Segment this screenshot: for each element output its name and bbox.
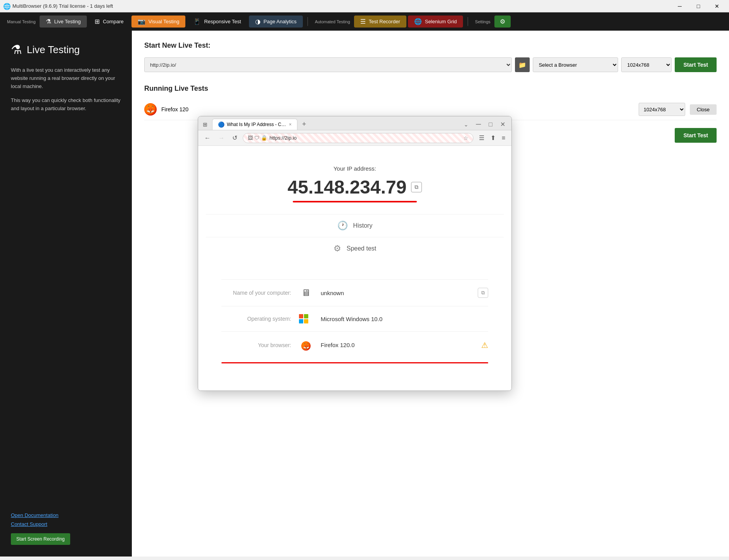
sidebar-desc-2: This way you can quickly check both func…	[11, 97, 121, 113]
responsive-test-button[interactable]: 📱 Responsive Test	[187, 16, 247, 28]
browser-detail-value: Firefox 120.0	[321, 342, 473, 348]
new-test-row: http://2ip.io/ 📁 Select a Browser 1024x7…	[144, 57, 717, 72]
sidebar-title: Live Testing	[27, 44, 80, 56]
browser-minimize-button[interactable]: ─	[473, 119, 484, 130]
computer-name-copy-button[interactable]: ⧉	[478, 288, 488, 298]
tab-controls: ⊞	[201, 120, 209, 129]
browser-navbar: ← → ↺ 🖼 🛡 🔒 https://2ip.io ☆	[198, 130, 511, 146]
browser-detail-underline	[221, 362, 488, 363]
browser-window-container: ⊞ 🔵 What Is My IP Address - Check × + ⌄ …	[198, 116, 512, 391]
compare-button[interactable]: ⊞ Compare	[88, 16, 130, 28]
start-test-button[interactable]: Start Test	[675, 57, 717, 72]
open-documentation-link[interactable]: Open Documentation	[11, 512, 59, 518]
address-text: https://2ip.io	[269, 135, 461, 141]
content-area: Start New Live Test: http://2ip.io/ 📁 Se…	[132, 31, 729, 557]
running-res-select[interactable]: 1024x768 800x600 1280x800 1366x768 1920x…	[639, 103, 685, 116]
browser-maximize-button[interactable]: □	[485, 119, 496, 130]
test-recorder-label: Test Recorder	[369, 19, 400, 24]
browser-name: Firefox 120	[161, 106, 634, 112]
selenium-grid-label: Selenium Grid	[425, 19, 457, 24]
responsive-test-icon: 📱	[193, 18, 201, 25]
responsive-test-label: Responsive Test	[204, 19, 241, 24]
speed-test-row[interactable]: ⚙ Speed test	[206, 237, 504, 260]
share-icon[interactable]: ⬆	[488, 133, 498, 143]
browser-close-button[interactable]: ✕	[497, 119, 508, 130]
tab-title: What Is My IP Address - Check	[227, 122, 287, 127]
start-screen-recording-button[interactable]: Start Screen Recording	[11, 533, 70, 545]
selenium-grid-icon: 🌐	[414, 18, 422, 25]
test-recorder-button[interactable]: ☰ Test Recorder	[354, 16, 406, 28]
os-label: Operating system:	[221, 316, 291, 322]
settings-button[interactable]: ⚙	[494, 16, 511, 28]
nav-extra-buttons: ☰ ⬆ ≡	[477, 133, 508, 143]
visual-testing-button[interactable]: 📷 Visual Testing	[131, 16, 186, 28]
menubar: Manual Testing ⚗ Live Testing ⊞ Compare …	[0, 12, 729, 31]
close-test-button[interactable]: Close	[690, 104, 717, 115]
tab-favicon: 🔵	[218, 121, 225, 128]
visual-testing-label: Visual Testing	[149, 19, 180, 24]
automated-testing-label: Automated Testing	[313, 16, 352, 28]
tab-overflow-button[interactable]: ⌄	[461, 120, 472, 129]
main-layout: ⚗ Live Testing With a live test you can …	[0, 31, 729, 557]
url-select[interactable]: http://2ip.io/	[144, 57, 512, 72]
firefox-logo: 🦊	[144, 103, 157, 116]
hamburger-menu-icon[interactable]: ≡	[499, 133, 508, 143]
browser-tab-active[interactable]: 🔵 What Is My IP Address - Check ×	[212, 119, 297, 130]
selenium-grid-button[interactable]: 🌐 Selenium Grid	[408, 16, 463, 28]
win-q-green	[304, 314, 308, 318]
computer-name-value: unknown	[321, 290, 470, 296]
folder-button[interactable]: 📁	[515, 57, 530, 72]
address-bar[interactable]: 🖼 🛡 🔒 https://2ip.io ☆	[243, 133, 473, 143]
browser-window: ⊞ 🔵 What Is My IP Address - Check × + ⌄ …	[198, 116, 512, 391]
browser-tabbar: ⊞ 🔵 What Is My IP Address - Check × + ⌄ …	[198, 116, 511, 130]
live-testing-button[interactable]: ⚗ Live Testing	[40, 16, 87, 28]
menu-separator	[307, 17, 308, 26]
page-analytics-icon: ◑	[255, 18, 261, 25]
ip-copy-button[interactable]: ⧉	[411, 182, 422, 192]
back-button[interactable]: ←	[202, 133, 213, 143]
speed-test-label: Speed test	[347, 245, 377, 252]
firefox-detail-logo: 🦊	[301, 341, 311, 351]
compare-icon: ⊞	[95, 18, 100, 25]
new-tab-button[interactable]: +	[299, 119, 309, 130]
computer-name-row: Name of your computer: 🖥 unknown ⧉	[221, 279, 488, 306]
new-test-title: Start New Live Test:	[144, 41, 717, 50]
os-icon	[299, 314, 313, 323]
ip-section: Your IP address: 45.148.234.79 ⧉ 🕐 Histo…	[206, 157, 504, 271]
browser-detail-label: Your browser:	[221, 342, 291, 348]
menu-separator-2	[468, 17, 468, 26]
test-recorder-icon: ☰	[360, 18, 366, 25]
reload-button[interactable]: ↺	[230, 133, 240, 143]
resolution-select[interactable]: 1024x768 800x600 1280x800 1366x768 1920x…	[621, 57, 672, 72]
titlebar: 🌐 MultiBrowser (9.6.9) Trial license - 1…	[0, 0, 729, 12]
forward-button[interactable]: →	[216, 133, 227, 143]
os-row: Operating system: Microsoft Windows 10.0	[221, 306, 488, 331]
compare-label: Compare	[103, 19, 123, 24]
history-row[interactable]: 🕐 History	[206, 214, 504, 237]
tab-close-icon[interactable]: ×	[289, 122, 292, 127]
page-analytics-button[interactable]: ◑ Page Analytics	[249, 16, 303, 28]
app-logo: 🌐	[3, 3, 10, 10]
browser-select[interactable]: Select a Browser	[533, 57, 618, 72]
page-analytics-label: Page Analytics	[264, 19, 297, 24]
sidebar: ⚗ Live Testing With a live test you can …	[0, 31, 132, 557]
contact-support-link[interactable]: Contact Support	[11, 521, 47, 527]
computer-icon: 🖥	[299, 287, 313, 298]
browser-detail-icon: 🦊	[299, 339, 313, 351]
live-testing-label: Live Testing	[54, 19, 81, 24]
close-button[interactable]: ✕	[708, 0, 726, 12]
maximize-button[interactable]: □	[689, 0, 707, 12]
window-controls: ─ □ ✕	[671, 0, 726, 12]
tab-history-back[interactable]: ⊞	[201, 120, 209, 129]
reader-view-icon[interactable]: ☰	[477, 133, 487, 143]
start-test-right-button[interactable]: Start Test	[675, 128, 717, 143]
shield-icon: 🛡	[254, 135, 259, 141]
minimize-button[interactable]: ─	[671, 0, 689, 12]
sidebar-links: Open Documentation Contact Support Start…	[11, 505, 121, 545]
speed-test-icon: ⚙	[333, 244, 341, 254]
ip-underline	[293, 201, 417, 202]
bookmark-icon[interactable]: ☆	[463, 135, 468, 141]
browser-content: Your IP address: 45.148.234.79 ⧉ 🕐 Histo…	[198, 146, 511, 391]
win-q-red	[299, 314, 303, 318]
browser-detail-row: Your browser: 🦊 Firefox 120.0 ⚠	[221, 331, 488, 371]
